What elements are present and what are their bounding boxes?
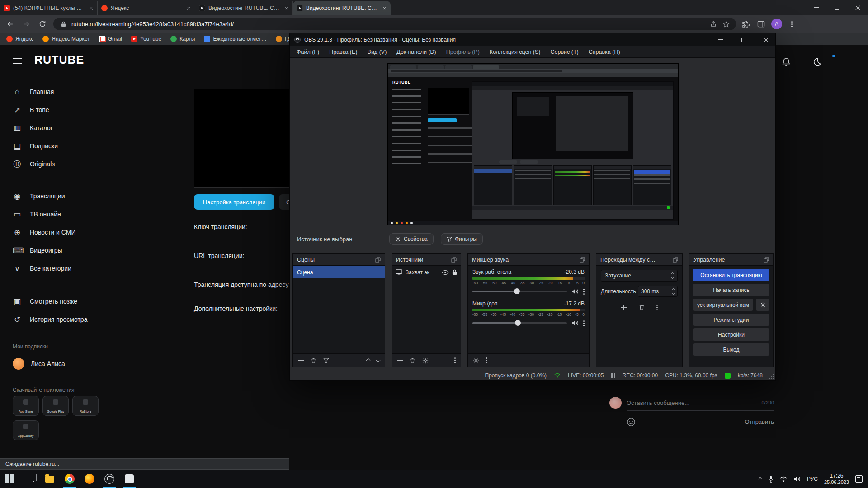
menu-tools[interactable]: Сервис (T) bbox=[545, 49, 583, 55]
tab-close-icon[interactable] bbox=[187, 6, 191, 10]
obs-close-button[interactable] bbox=[756, 33, 775, 46]
virtual-camera-gear-icon[interactable] bbox=[756, 299, 769, 311]
browser-profile-avatar[interactable]: A bbox=[771, 19, 782, 29]
notifications-bell-icon[interactable] bbox=[779, 55, 793, 69]
studio-mode-button[interactable]: Режим студии bbox=[693, 314, 769, 326]
sidebar-item-games[interactable]: ⌨Видеоигры bbox=[0, 241, 118, 259]
sidebar-item-home[interactable]: ⌂Главная bbox=[0, 83, 118, 101]
speaker-icon[interactable] bbox=[571, 320, 579, 326]
popout-dock-icon[interactable] bbox=[673, 257, 678, 263]
firefox-icon[interactable] bbox=[80, 470, 99, 488]
menu-edit[interactable]: Правка (E) bbox=[324, 49, 362, 55]
browser-tab[interactable]: Видеохостинг RUTUBE. Смотри… bbox=[195, 1, 293, 15]
sidebar-item-news[interactable]: ⊕Новости и СМИ bbox=[0, 223, 118, 241]
browser-menu-icon[interactable] bbox=[786, 18, 797, 30]
minimize-button[interactable] bbox=[806, 0, 826, 15]
bookmark-item[interactable]: YouTube bbox=[131, 36, 161, 42]
popout-dock-icon[interactable] bbox=[580, 257, 585, 263]
new-tab-button[interactable] bbox=[393, 1, 406, 14]
remove-source-icon[interactable] bbox=[410, 357, 415, 364]
menu-view[interactable]: Вид (V) bbox=[363, 49, 392, 55]
mixer-panel-header[interactable]: Микшер звука bbox=[468, 254, 589, 266]
transitions-panel-header[interactable]: Переходы между с… bbox=[596, 254, 682, 266]
sidebar-item-top[interactable]: ↗В топе bbox=[0, 101, 118, 119]
action-center-icon[interactable] bbox=[855, 475, 863, 483]
scenes-panel-header[interactable]: Сцены bbox=[293, 254, 385, 266]
start-recording-button[interactable]: Начать запись bbox=[693, 284, 769, 296]
sidebar-item-tv-online[interactable]: ▭ТВ онлайн bbox=[0, 205, 118, 223]
popout-dock-icon[interactable] bbox=[451, 257, 457, 263]
sidebar-item-subscriptions[interactable]: ▤Подписки bbox=[0, 137, 118, 155]
transition-menu-icon[interactable] bbox=[656, 307, 658, 308]
menu-scene-collection[interactable]: Коллекция сцен (S) bbox=[485, 49, 546, 55]
resize-grip[interactable] bbox=[769, 374, 774, 379]
filters-button[interactable]: Фильтры bbox=[441, 233, 483, 245]
extensions-icon[interactable] bbox=[740, 18, 751, 30]
side-panel-icon[interactable] bbox=[755, 18, 767, 30]
move-scene-down-icon[interactable] bbox=[376, 358, 381, 363]
app-store-badge[interactable]: App Store bbox=[13, 396, 39, 416]
tab-close-icon[interactable] bbox=[383, 6, 387, 10]
tab-close-icon[interactable] bbox=[90, 6, 93, 10]
rustore-badge[interactable]: RuStore bbox=[72, 396, 99, 416]
chrome-icon[interactable] bbox=[60, 470, 80, 488]
obs-title-bar[interactable]: OBS 29.1.3 - Профиль: Без названия - Сце… bbox=[290, 33, 775, 46]
task-view-button[interactable] bbox=[20, 470, 40, 488]
remove-scene-icon[interactable] bbox=[311, 357, 316, 364]
bookmark-item[interactable]: Яндекс Маркет bbox=[42, 36, 90, 42]
scene-filters-icon[interactable] bbox=[323, 357, 329, 363]
share-icon[interactable] bbox=[709, 19, 718, 28]
language-indicator[interactable]: РУС bbox=[807, 476, 818, 482]
subscription-item[interactable]: Лиса Алиса bbox=[0, 355, 118, 373]
properties-button[interactable]: Свойства bbox=[389, 233, 434, 245]
volume-icon[interactable] bbox=[793, 476, 801, 482]
duration-spinbox[interactable]: 300 ms bbox=[638, 286, 678, 297]
advanced-audio-gear-icon[interactable] bbox=[473, 357, 479, 364]
google-play-badge[interactable]: Google Play bbox=[42, 396, 69, 416]
rutube-logo[interactable]: RUTUBE bbox=[34, 53, 84, 66]
browser-tab[interactable]: Яндекс bbox=[98, 1, 195, 15]
source-properties-gear-icon[interactable] bbox=[422, 357, 429, 364]
volume-slider[interactable] bbox=[472, 291, 567, 292]
obs-maximize-button[interactable] bbox=[734, 33, 753, 46]
sidebar-item-history[interactable]: ↺История просмотра bbox=[0, 310, 118, 328]
sources-menu-icon[interactable] bbox=[454, 360, 456, 361]
obs-preview-canvas[interactable]: RUTUBE bbox=[388, 64, 678, 225]
hamburger-menu-icon[interactable] bbox=[13, 58, 22, 66]
maximize-button[interactable] bbox=[826, 0, 847, 15]
browser-tab-active[interactable]: Видеохостинг RUTUBE. Смотр… bbox=[293, 1, 391, 15]
close-button[interactable] bbox=[847, 0, 868, 15]
site-info-icon[interactable] bbox=[59, 19, 68, 28]
virtual-camera-button[interactable]: уск виртуальной кам bbox=[693, 299, 753, 311]
chat-send-button[interactable]: Отправить bbox=[745, 418, 774, 425]
file-explorer-icon[interactable] bbox=[40, 470, 60, 488]
exit-button[interactable]: Выход bbox=[693, 343, 769, 356]
add-transition-icon[interactable] bbox=[621, 305, 627, 310]
tray-expand-icon[interactable] bbox=[758, 477, 762, 481]
speaker-icon[interactable] bbox=[571, 288, 579, 295]
scene-item-selected[interactable]: Сцена bbox=[293, 266, 385, 278]
back-button[interactable] bbox=[4, 18, 16, 30]
sources-panel-header[interactable]: Источники bbox=[392, 254, 461, 266]
visibility-eye-icon[interactable] bbox=[442, 270, 449, 275]
bookmark-item[interactable]: Яндекс bbox=[6, 36, 33, 42]
emoji-smiley-icon[interactable] bbox=[627, 418, 636, 427]
bookmark-item[interactable]: Карты bbox=[170, 36, 195, 42]
settings-button[interactable]: Настройки bbox=[693, 328, 769, 341]
sidebar-item-watch-later[interactable]: ▣Смотреть позже bbox=[0, 292, 118, 310]
channel-menu-icon[interactable] bbox=[583, 291, 585, 292]
spinbox-arrows-icon[interactable] bbox=[672, 289, 675, 294]
sidebar-item-all-categories[interactable]: ∨Все категории bbox=[0, 259, 118, 277]
sidebar-item-streams[interactable]: ◉Трансляции bbox=[0, 187, 118, 205]
chat-message-input[interactable]: Оставить сообщение... bbox=[627, 399, 689, 406]
app-window-icon[interactable] bbox=[119, 470, 139, 488]
sidebar-item-catalog[interactable]: ▦Каталог bbox=[0, 119, 118, 137]
microphone-icon[interactable] bbox=[768, 475, 774, 483]
bookmark-star-icon[interactable] bbox=[722, 19, 731, 28]
stop-streaming-button[interactable]: Остановить трансляцию bbox=[693, 269, 769, 281]
dark-theme-moon-icon[interactable] bbox=[810, 55, 824, 69]
popout-dock-icon[interactable] bbox=[764, 257, 769, 263]
clock[interactable]: 17:26 25.06.2023 bbox=[824, 473, 849, 485]
channel-menu-icon[interactable] bbox=[583, 323, 585, 324]
menu-docks[interactable]: Док-панели (D) bbox=[392, 49, 441, 55]
